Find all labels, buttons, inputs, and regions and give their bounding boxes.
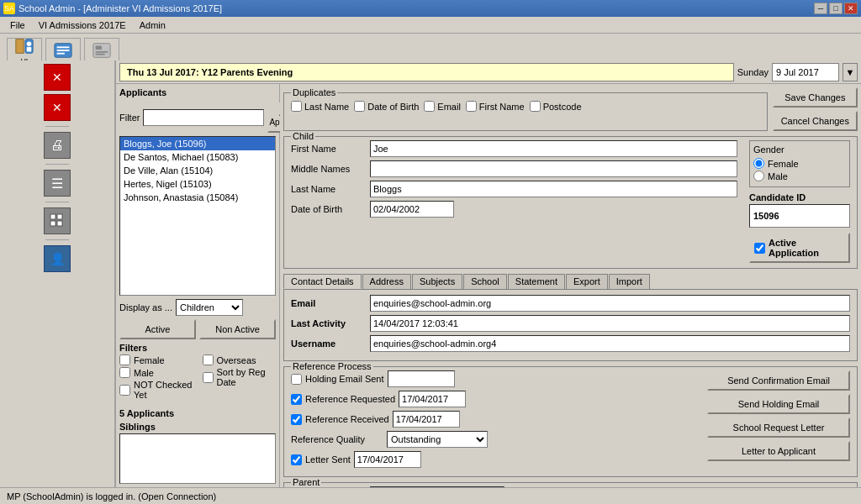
- applicant-item-2[interactable]: De Ville, Alan (15104): [120, 164, 275, 177]
- holding-email-input[interactable]: [388, 370, 455, 387]
- siblings-section: Siblings: [119, 422, 276, 484]
- non-active-button[interactable]: Non Active: [199, 319, 276, 339]
- menu-vi-admissions[interactable]: VI Admissions 2017E: [32, 18, 133, 32]
- female-radio-row: Female: [753, 158, 846, 169]
- dob-input[interactable]: [370, 201, 454, 218]
- tab-subjects[interactable]: Subjects: [412, 274, 462, 289]
- last-name-input[interactable]: [370, 181, 737, 197]
- female-filter-checkbox[interactable]: [119, 354, 130, 365]
- svg-rect-15: [57, 221, 62, 226]
- overseas-filter-checkbox[interactable]: [203, 354, 214, 365]
- tab-contact-details[interactable]: Contact Details: [283, 274, 362, 289]
- reference-right: Send Confirmation Email Send Holding Ema…: [707, 370, 850, 471]
- overseas-filter-row: Overseas: [203, 354, 277, 365]
- sidebar-close-btn-1[interactable]: ✕: [44, 64, 71, 91]
- ref-received-input[interactable]: [393, 411, 460, 428]
- postcode-dup-checkbox[interactable]: [530, 101, 541, 112]
- active-button[interactable]: Active: [119, 319, 196, 339]
- letter-applicant-button[interactable]: Letter to Applicant: [707, 441, 850, 461]
- filter-label: Filter: [119, 113, 140, 123]
- letter-sent-checkbox[interactable]: [291, 454, 302, 465]
- holding-email-row: Holding Email Sent: [291, 370, 700, 387]
- sidebar-list-btn[interactable]: ☰: [44, 170, 71, 197]
- dob-row: Date of Birth: [291, 201, 737, 218]
- child-form: First Name Middle Names Last Name Date o…: [291, 140, 737, 263]
- middle-names-input[interactable]: [370, 160, 737, 177]
- ref-requested-checkbox[interactable]: [291, 394, 302, 405]
- postcode-dup-row: Postcode: [530, 101, 582, 112]
- first-name-input[interactable]: [370, 140, 737, 157]
- sidebar-print-btn[interactable]: 🖨: [44, 132, 71, 159]
- display-row: Display as ... Children: [119, 299, 276, 316]
- menu-bar: File VI Admissions 2017E Admin: [0, 17, 861, 34]
- ref-requested-input[interactable]: [399, 391, 466, 407]
- male-filter-checkbox[interactable]: [119, 367, 130, 378]
- maximize-button[interactable]: □: [829, 3, 843, 14]
- tab-export[interactable]: Export: [566, 274, 608, 289]
- sidebar-grid-btn[interactable]: [44, 207, 71, 234]
- minimize-button[interactable]: ─: [814, 3, 827, 14]
- send-confirmation-button[interactable]: Send Confirmation Email: [707, 370, 850, 391]
- applicant-item-1[interactable]: De Santos, Michael (15083): [120, 150, 275, 164]
- female-radio[interactable]: [753, 158, 764, 169]
- male-radio[interactable]: [753, 171, 764, 181]
- svg-point-2: [27, 41, 32, 46]
- gender-title: Gender: [753, 144, 846, 155]
- dob-dup-checkbox[interactable]: [354, 101, 365, 112]
- sidebar-close-btn-2[interactable]: ✕: [44, 94, 71, 121]
- last-name-dup-checkbox[interactable]: [291, 101, 302, 112]
- active-application-checkbox[interactable]: [754, 243, 765, 254]
- ref-quality-label: Reference Quality: [291, 434, 383, 444]
- tab-statement[interactable]: Statement: [508, 274, 565, 289]
- female-radio-label: Female: [768, 159, 799, 169]
- reference-grid: Holding Email Sent Reference Requested R…: [291, 370, 850, 471]
- tab-school[interactable]: School: [463, 274, 507, 289]
- letter-sent-input[interactable]: [354, 451, 421, 468]
- tabs-container: Contact Details Address Subjects School …: [283, 274, 858, 361]
- first-name-dup-checkbox[interactable]: [466, 101, 477, 112]
- save-changes-button[interactable]: Save Changes: [773, 87, 858, 108]
- menu-file[interactable]: File: [3, 18, 32, 32]
- ref-requested-row: Reference Requested: [291, 391, 700, 407]
- candidate-box: Candidate ID 15096 ActiveApplication: [749, 192, 850, 263]
- school-request-button[interactable]: School Request Letter: [707, 417, 850, 438]
- menu-admin[interactable]: Admin: [133, 18, 172, 32]
- holding-email-checkbox[interactable]: [291, 374, 302, 385]
- active-application-check[interactable]: ActiveApplication: [749, 233, 850, 263]
- svg-rect-14: [50, 221, 55, 226]
- email-dup-checkbox[interactable]: [424, 101, 435, 112]
- date-value: 9 Jul 2017: [772, 63, 839, 81]
- last-name-dup-row: Last Name: [291, 101, 349, 112]
- send-holding-button[interactable]: Send Holding Email: [707, 394, 850, 414]
- ref-requested-label: Reference Requested: [305, 394, 395, 404]
- applicant-item-4[interactable]: Johnson, Anastasia (15084): [120, 191, 275, 204]
- last-name-row: Last Name: [291, 181, 737, 197]
- first-name-dup-row: First Name: [466, 101, 525, 112]
- username-value: enquiries@school-admin.org4: [370, 335, 850, 352]
- first-name-dup-label: First Name: [479, 102, 525, 112]
- username-label: Username: [291, 339, 367, 349]
- window-title: School Admin - [Administer VI Admissions…: [18, 3, 222, 13]
- not-checked-filter-row: NOT Checked Yet: [119, 380, 196, 400]
- not-checked-filter-checkbox[interactable]: [119, 385, 130, 396]
- filter-input[interactable]: [143, 109, 264, 126]
- ref-quality-row: Reference Quality Outstanding: [291, 431, 700, 448]
- display-select[interactable]: Children: [176, 299, 243, 316]
- applicant-item-0[interactable]: Bloggs, Joe (15096): [120, 137, 275, 150]
- sort-reg-date-checkbox[interactable]: [203, 372, 214, 383]
- options-icon: [92, 40, 112, 60]
- applicant-item-3[interactable]: Hertes, Nigel (15103): [120, 177, 275, 191]
- ref-quality-select[interactable]: Outstanding: [387, 431, 488, 448]
- cancel-changes-button[interactable]: Cancel Changes: [773, 111, 858, 131]
- ref-received-checkbox[interactable]: [291, 414, 302, 425]
- username-row: Username enquiries@school-admin.org4: [291, 335, 850, 352]
- close-button[interactable]: ✕: [844, 3, 858, 14]
- parent-legend: Parent: [291, 477, 321, 487]
- sort-reg-date-label: Sort by Reg Date: [217, 367, 277, 387]
- tab-import[interactable]: Import: [609, 274, 650, 289]
- reference-fieldset: Reference Process Holding Email Sent Ref…: [283, 366, 858, 477]
- tab-address[interactable]: Address: [362, 274, 411, 289]
- sidebar-user-btn[interactable]: 👤: [44, 245, 71, 272]
- tabs-row: Contact Details Address Subjects School …: [283, 274, 858, 289]
- date-dropdown-btn[interactable]: ▼: [843, 63, 858, 81]
